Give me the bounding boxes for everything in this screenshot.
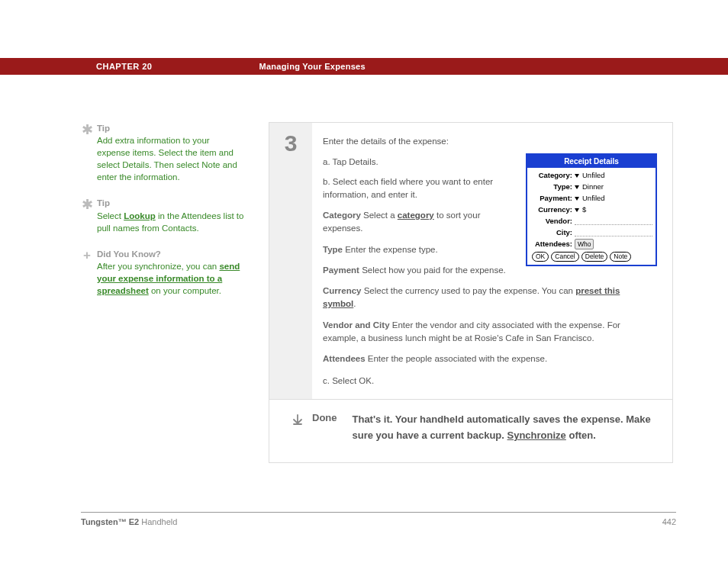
tip-text: Add extra information to your expense it…: [97, 136, 237, 182]
type-text: Enter the expense type.: [343, 245, 438, 254]
receipt-ok-button[interactable]: OK: [532, 252, 549, 262]
payment-text: Select how you paid for the expense.: [359, 265, 506, 275]
chapter-number: CHAPTER 20: [96, 62, 152, 71]
receipt-type-dropdown[interactable]: Dinner: [575, 182, 652, 192]
tip-text: Select: [97, 211, 124, 220]
receipt-city-field[interactable]: [575, 229, 652, 236]
receipt-dialog-title: Receipt Details: [527, 155, 656, 168]
sidebar: ✱ Tip Add extra information to your expe…: [80, 122, 244, 463]
done-text: That's it. Your handheld automatically s…: [353, 413, 651, 441]
page-footer: Tungsten™ E2 Handheld 442: [81, 512, 676, 526]
tip-title: Tip: [97, 198, 110, 208]
chevron-down-icon: [575, 174, 579, 178]
page-number: 442: [662, 517, 676, 526]
receipt-payment-dropdown[interactable]: Unfiled: [575, 193, 652, 204]
receipt-row-type: Type: Dinner: [530, 182, 652, 192]
tip-title: Tip: [97, 124, 110, 133]
step-sub-b: b. Select each field where you want to e…: [323, 175, 498, 202]
step-box: 3 Enter the details of the expense: a. T…: [269, 122, 673, 400]
receipt-row-vendor: Vendor:: [530, 216, 652, 227]
product-variant: Handheld: [139, 517, 177, 526]
asterisk-icon: ✱: [80, 122, 94, 183]
receipt-row-city: City:: [530, 227, 652, 238]
attendees-label: Attendees: [323, 354, 366, 363]
main-content: 3 Enter the details of the expense: a. T…: [269, 122, 673, 463]
step-sub-c: c. Select OK.: [323, 375, 651, 388]
attendees-text: Enter the people associated with the exp…: [366, 354, 547, 363]
category-text: Select a: [361, 211, 398, 220]
tip-block: ✱ Tip Add extra information to your expe…: [80, 122, 244, 183]
receipt-row-category: Category: Unfiled: [530, 170, 652, 181]
receipt-label: Attendees:: [530, 239, 575, 249]
step-number: 3: [269, 123, 312, 399]
currency-label: Currency: [323, 286, 362, 295]
chapter-title: Managing Your Expenses: [259, 62, 365, 71]
chapter-header: CHAPTER 20 Managing Your Expenses: [0, 58, 728, 75]
receipt-label: Vendor:: [530, 216, 575, 227]
synchronize-link[interactable]: Synchronize: [507, 429, 566, 441]
dyk-text: on your computer.: [149, 286, 221, 295]
receipt-currency-dropdown[interactable]: $: [575, 204, 652, 215]
tip-link-lookup[interactable]: Lookup: [124, 211, 156, 220]
receipt-label: Type:: [530, 182, 575, 192]
done-box: Done That's it. Your handheld automatica…: [269, 400, 673, 463]
plus-icon: +: [80, 248, 94, 297]
payment-label: Payment: [323, 265, 359, 275]
step-sub-a: a. Tap Details.: [323, 156, 498, 169]
receipt-row-payment: Payment: Unfiled: [530, 193, 652, 204]
receipt-delete-button[interactable]: Delete: [581, 252, 608, 262]
receipt-label: Category:: [530, 170, 575, 181]
receipt-who-button[interactable]: Who: [575, 239, 594, 250]
receipt-row-currency: Currency: $: [530, 204, 652, 215]
down-arrow-icon: [283, 412, 312, 444]
receipt-label: Currency:: [530, 204, 575, 215]
category-label: Category: [323, 211, 361, 220]
asterisk-icon: ✱: [80, 197, 94, 233]
receipt-label: Payment:: [530, 193, 575, 204]
currency-text: .: [353, 299, 356, 308]
dyk-title: Did You Know?: [97, 249, 161, 259]
receipt-label: City:: [530, 227, 575, 238]
done-label: Done: [312, 412, 337, 444]
type-label: Type: [323, 245, 343, 254]
done-text: often.: [566, 429, 596, 441]
tip-block: ✱ Tip Select Lookup in the Attendees lis…: [80, 197, 244, 233]
vendor-label: Vendor and City: [323, 320, 390, 330]
step-intro: Enter the details of the expense:: [323, 135, 498, 148]
chevron-down-icon: [575, 185, 579, 189]
did-you-know-block: + Did You Know? After you synchronize, y…: [80, 248, 244, 297]
product-name: Tungsten™ E2: [81, 517, 139, 526]
receipt-note-button[interactable]: Note: [610, 252, 631, 262]
currency-text: Select the currency used to pay the expe…: [362, 286, 576, 295]
receipt-row-attendees: Attendees: Who: [530, 239, 652, 249]
receipt-cancel-button[interactable]: Cancel: [551, 252, 578, 262]
dyk-text: After you synchronize, you can: [97, 262, 219, 271]
receipt-category-dropdown[interactable]: Unfiled: [575, 170, 652, 181]
category-link[interactable]: category: [398, 211, 434, 220]
receipt-details-dialog: Receipt Details Category: Unfiled Type: …: [526, 153, 657, 266]
receipt-vendor-field[interactable]: [575, 217, 652, 225]
chevron-down-icon: [575, 197, 579, 201]
chevron-down-icon: [575, 208, 579, 212]
